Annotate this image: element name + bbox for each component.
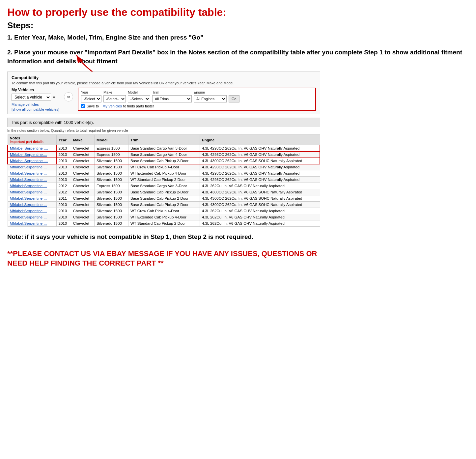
trim-select[interactable]: All Trims [152,95,192,102]
save-checkbox[interactable] [81,104,85,108]
model-cell: Express 1500 [95,183,128,189]
notes-cell: Mfrlabel:Serpentine .... [8,145,56,152]
my-vehicles-save-link[interactable]: My Vehicles [102,104,122,108]
table-row: Mfrlabel:Serpentine ...2012ChevroletSilv… [8,189,320,195]
make-cell: Chevrolet [71,164,94,170]
year-cell: 2013 [56,145,71,152]
save-suffix: to finds parts faster [123,104,154,108]
trim-cell: Base Standard Cab Pickup 2-Door [128,195,200,202]
table-row: Mfrlabel:Serpentine ...2011ChevroletSilv… [8,195,320,202]
make-select[interactable]: -Select- [103,95,126,102]
model-cell: Silverado 1500 [95,164,128,170]
manage-vehicles-link[interactable]: Manage vehicles [12,102,59,106]
model-cell: Express 1500 [95,145,128,152]
engine-cell: 4.3L 4300CC 262Cu. In. V6 GAS SOHC Natur… [200,195,320,202]
engine-cell: 4.3L 4300CC 262Cu. In. V6 GAS SOHC Natur… [200,158,320,164]
notes-cell: Mfrlabel:Serpentine ... [8,202,56,208]
engine-cell: 4.3L 262Cu. In. V6 GAS OHV Naturally Asp… [200,220,320,227]
make-cell: Chevrolet [71,195,94,202]
step2-text: 2. Place your mouse over "Important Part… [7,48,469,66]
my-vehicles-section: My Vehicles Select a vehicle ▼ Manage ve… [12,88,59,111]
model-cell: Silverado 1500 [95,202,128,208]
col-header-make: Make [71,135,94,145]
engine-cell: 4.3L 262Cu. In. V6 GAS OHV Naturally Asp… [200,214,320,220]
col-header-engine: Engine [200,135,320,145]
note-paragraph: Note: if it says your vehicle is not com… [7,233,370,242]
notes-cell: Mfrlabel:Serpentine ... [8,220,56,227]
make-cell: Chevrolet [71,152,94,158]
model-label: Model [128,90,150,94]
trim-cell: WT Extended Cab Pickup 4-Door [128,214,200,220]
year-cell: 2010 [56,208,71,214]
compat-section: Compatibility To confirm that this part … [7,72,469,227]
contact-text: **PLEASE CONTACT US VIA EBAY MESSAGE IF … [7,249,337,268]
table-row: Mfrlabel:Serpentine ...2013ChevroletSilv… [8,170,320,177]
table-row: Mfrlabel:Serpentine ...2010ChevroletSilv… [8,208,320,214]
table-row: Mfrlabel:Serpentine ...2010ChevroletSilv… [8,202,320,208]
make-cell: Chevrolet [71,183,94,189]
col-header-trim: Trim [128,135,200,145]
model-cell: Silverado 1500 [95,208,128,214]
make-cell: Chevrolet [71,220,94,227]
trim-label: Trim [152,90,192,94]
make-cell: Chevrolet [71,158,94,164]
make-cell: Chevrolet [71,202,94,208]
year-cell: 2013 [56,152,71,158]
engine-cell: 4.3L 4300CC 262Cu. In. V6 GAS SOHC Natur… [200,202,320,208]
engine-select[interactable]: All Engines [194,95,227,102]
notes-cell: Mfrlabel:Serpentine ... [8,195,56,202]
trim-cell: Base Standard Cargo Van 3-Door [128,183,200,189]
engine-cell: 4.3L 4300CC 262Cu. In. V6 GAS SOHC Natur… [200,189,320,195]
year-cell: 2013 [56,170,71,177]
compat-note: In the notes section below, Quantity ref… [7,129,320,132]
make-cell: Chevrolet [71,189,94,195]
engine-cell: 4.3L 4293CC 262Cu. In. V6 GAS OHV Natura… [200,164,320,170]
make-cell: Chevrolet [71,214,94,220]
make-cell: Chevrolet [71,177,94,183]
year-select[interactable]: -Select- [81,95,101,102]
engine-cell: 4.3L 262Cu. In. V6 GAS OHV Naturally Asp… [200,208,320,214]
model-select[interactable]: -Select- [128,95,150,102]
compat-box-desc: To confirm that this part fits your vehi… [12,81,316,85]
col-header-notes: Notes Important part details [8,135,56,145]
make-cell: Chevrolet [71,208,94,214]
compat-table: Notes Important part details Year Make M… [7,134,320,227]
show-all-link[interactable]: [show all compatible vehicles] [12,107,59,111]
col-header-model: Model [95,135,128,145]
year-cell: 2011 [56,195,71,202]
go-button[interactable]: Go [229,95,239,102]
notes-cell: Mfrlabel:Serpentine ... [8,208,56,214]
notes-cell: Mfrlabel:Serpentine .... [8,158,56,164]
model-cell: Silverado 1500 [95,158,128,164]
year-cell: 2012 [56,183,71,189]
model-cell: Express 1500 [95,152,128,158]
year-cell: 2013 [56,177,71,183]
make-cell: Chevrolet [71,170,94,177]
model-cell: Silverado 1500 [95,177,128,183]
table-row: Mfrlabel:Serpentine ....2013ChevroletSil… [8,158,320,164]
make-label: Make [103,90,126,94]
table-row: Mfrlabel:Serpentine....2013ChevroletExpr… [8,152,320,158]
vehicle-select[interactable]: Select a vehicle [12,94,51,101]
compat-box-title: Compatibility [12,75,316,80]
year-cell: 2013 [56,164,71,170]
engine-cell: 4.3L 262Cu. In. V6 GAS OHV Naturally Asp… [200,183,320,189]
year-cell: 2010 [56,214,71,220]
notes-cell: Mfrlabel:Serpentine ... [8,164,56,170]
engine-cell: 4.3L 4293CC 262Cu. In. V6 GAS OHV Natura… [200,177,320,183]
table-row: Mfrlabel:Serpentine ...2012ChevroletExpr… [8,183,320,189]
model-cell: Silverado 1500 [95,214,128,220]
trim-cell: Base Standard Cargo Van 3-Door [128,145,200,152]
compat-box: Compatibility To confirm that this part … [7,72,320,114]
engine-cell: 4.3L 4293CC 262Cu. In. V6 GAS OHV Natura… [200,145,320,152]
main-title: How to properly use the compatibility ta… [7,6,469,18]
save-text: Save to [87,104,99,108]
trim-cell: Base Standard Cab Pickup 2-Door [128,202,200,208]
table-row: Mfrlabel:Serpentine ....2013ChevroletExp… [8,145,320,152]
notes-cell: Mfrlabel:Serpentine ... [8,183,56,189]
trim-cell: WT Crew Cab Pickup 4-Door [128,208,200,214]
my-vehicles-label: My Vehicles [12,88,59,92]
year-cell: 2013 [56,158,71,164]
table-row: Mfrlabel:Serpentine ...2013ChevroletSilv… [8,177,320,183]
trim-cell: WT Extended Cab Pickup 4-Door [128,170,200,177]
